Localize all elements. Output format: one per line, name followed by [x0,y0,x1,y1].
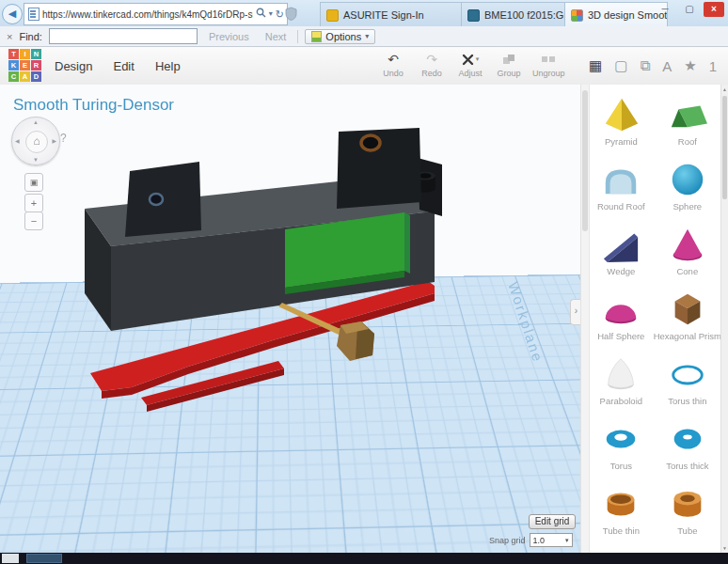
design-title: Smooth Turing-Densor [13,96,174,115]
shape-item-cone[interactable]: Cone [654,222,721,287]
shape-item-torus-thick[interactable]: Torus thick [654,416,721,481]
undo-button[interactable]: ↶ Undo [378,52,408,78]
scroll-down-icon[interactable]: ▼ [721,545,728,551]
tab-bme100[interactable]: BME100 f2015:Group7 103... [461,2,576,27]
orbit-down-arrow[interactable]: ▼ [33,157,39,163]
logo-tile: D [31,71,41,82]
logo-tile: K [8,60,19,70]
tab-label: ASURITE Sign-In [343,9,424,21]
cone-icon [666,225,709,264]
tab-tinkercad[interactable]: 3D design Smooth Turi... × [564,2,668,27]
shapes-icon[interactable]: ⧉ [640,57,650,74]
model-left-fin[interactable] [125,162,201,237]
model-right-fin[interactable] [337,128,421,209]
text-tool-icon[interactable]: A [662,58,672,74]
shape-item-roof[interactable]: Roof [654,92,721,157]
zoom-in-button[interactable]: + [24,194,43,212]
orbit-control[interactable]: ▲ ▼ ◀ ▶ ⌂ [11,117,60,165]
shape-item-pyramid[interactable]: Pyramid [589,92,654,157]
adjust-button[interactable]: ▾ Adjust [455,52,485,78]
back-button[interactable]: ◀ [2,4,23,24]
tab-label: BME100 f2015:Group7 103... [484,9,576,21]
menu-design[interactable]: Design [55,59,92,73]
find-options-button[interactable]: Options ▾ [305,29,375,44]
logo-tile: C [8,71,19,82]
redo-button[interactable]: ↷ Redo [417,52,447,78]
page-favicon-icon [28,8,40,21]
shape-item-round-roof[interactable]: Round Roof [589,157,654,222]
scroll-up-icon[interactable]: ▲ [721,86,728,92]
maximize-button[interactable]: ▢ [679,2,700,17]
fit-view-button[interactable]: ▣ [24,173,43,192]
redo-icon: ↷ [426,52,437,67]
snap-grid-row: Snap grid 1.0 ▾ [489,533,573,547]
shape-item-tube[interactable]: Tube [654,481,721,546]
orbit-right-arrow[interactable]: ▶ [52,137,56,144]
find-input[interactable] [49,28,198,44]
close-button[interactable]: × [704,2,724,17]
menu-help[interactable]: Help [155,59,181,73]
panel-scrollbar-thumb[interactable] [582,90,588,231]
shape-item-hexagonal-prism[interactable]: Hexagonal Prism [654,287,721,352]
minimize-button[interactable]: ─ [655,2,675,17]
chevron-down-icon: ▾ [565,537,569,544]
refresh-icon[interactable]: ↻ [276,5,284,24]
edit-grid-button[interactable]: Edit grid [529,514,576,529]
design-canvas[interactable]: Workplane Smooth Turing-Densor ? ▲ ▼ ◀ ▶… [0,85,580,553]
taskbar-start-tile[interactable] [2,554,19,563]
shape-label: Wedge [607,266,635,276]
chevron-down-icon: ▾ [365,32,369,40]
shape-item-torus-thin[interactable]: Torus thin [654,352,721,416]
paraboloid-icon [599,354,642,394]
smartscreen-shield-icon [285,7,297,21]
logo-tile: I [20,49,30,59]
collapse-panel-button[interactable]: › [570,299,580,325]
tab-asurite[interactable]: ASURITE Sign-In [320,2,472,27]
zoom-out-button[interactable]: − [24,212,43,230]
menu-edit[interactable]: Edit [113,59,134,73]
shape-label: Tube [677,525,697,536]
find-close-icon[interactable]: × [7,31,12,42]
shape-item-paraboloid[interactable]: Paraboloid [589,352,654,416]
shape-item-tube-thin[interactable]: Tube thin [589,481,654,546]
orbit-left-arrow[interactable]: ◀ [15,137,20,144]
page-scrollbar[interactable]: ▲ ▼ [720,85,728,553]
snap-grid-select[interactable]: 1.0 ▾ [530,533,573,547]
page-scrollbar-thumb[interactable] [722,96,727,199]
taskbar-window-tile[interactable] [26,554,62,563]
logo-tile: A [20,71,30,82]
tinkercad-logo[interactable]: T I N K E R C A D [8,49,41,82]
help-link[interactable]: ? [60,132,67,145]
tinkercad-favicon-icon [571,9,583,22]
grid-icon[interactable]: ▦ [589,57,602,74]
star-icon[interactable]: ★ [684,57,696,74]
find-previous-button[interactable]: Previous [204,30,254,43]
group-button[interactable]: Group [494,52,524,78]
shape-item-sphere[interactable]: Sphere [654,157,721,222]
window-controls: ─ ▢ × [655,2,724,17]
shape-label: Round Roof [597,201,645,212]
chevron-down-icon: ▾ [476,52,480,67]
shape-item-torus[interactable]: Torus [589,416,654,481]
search-dropdown-icon[interactable]: ▾ [269,5,273,24]
shape-item-half-sphere[interactable]: Half Sphere [589,287,654,352]
ungroup-button[interactable]: Ungroup [532,52,565,78]
box-icon[interactable]: ▢ [614,57,627,74]
address-bar[interactable]: https://www.tinkercad.com/things/k4mQd16… [24,3,288,25]
number-icon[interactable]: 1 [709,58,717,74]
home-view-button[interactable]: ⌂ [25,131,48,153]
orbit-up-arrow[interactable]: ▲ [33,119,39,125]
search-icon[interactable] [256,5,266,24]
app-menu: Design Edit Help [55,47,181,85]
torus-icon [599,419,642,459]
round-roof-icon [599,160,642,199]
shape-label: Pyramid [605,136,638,147]
shape-label: Torus thick [666,461,708,471]
page-content: Workplane Smooth Turing-Densor ? ▲ ▼ ◀ ▶… [0,85,728,553]
bme100-favicon-icon [467,9,480,22]
roof-icon [666,95,709,134]
app-header: T I N K E R C A D Design Edit Help ↶ Und… [0,47,728,86]
shape-label: Cone [676,266,698,276]
find-next-button[interactable]: Next [261,30,292,43]
shape-item-wedge[interactable]: Wedge [589,222,654,287]
